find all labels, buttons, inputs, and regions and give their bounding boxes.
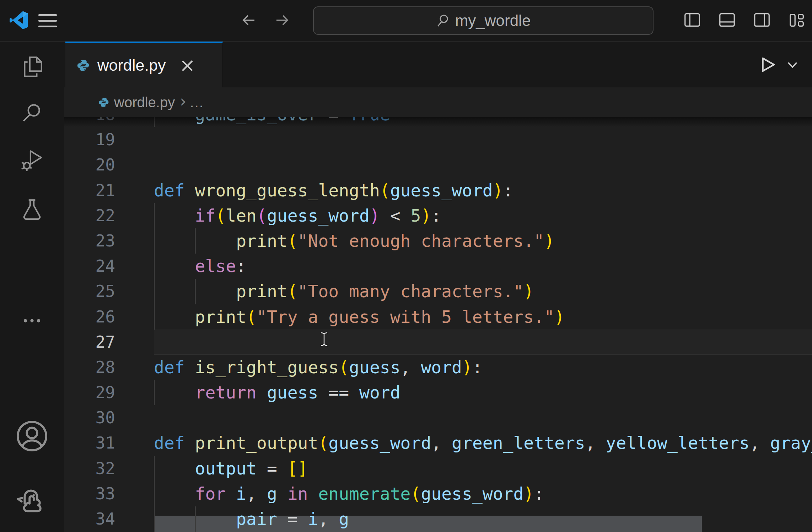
run-debug-icon[interactable] — [20, 148, 44, 172]
line-number[interactable]: 34 — [64, 506, 154, 532]
line-number[interactable]: 33 — [64, 481, 154, 506]
code-line-20[interactable]: 20 — [64, 152, 812, 178]
code-line-content: pair = i, g — [154, 506, 812, 532]
tab-wordle-py[interactable]: wordle.py × — [65, 42, 223, 87]
code-line-27[interactable]: 27 — [64, 330, 812, 355]
code-line-21[interactable]: 21def wrong_guess_length(guess_word): — [64, 178, 812, 203]
code-line-31[interactable]: 31def print_output(guess_word, green_let… — [64, 430, 812, 456]
code-text: return guess == word — [154, 380, 812, 405]
more-views-icon[interactable] — [20, 309, 44, 332]
code-line-content: print("Not enough characters.") — [154, 228, 812, 254]
python-file-icon — [77, 59, 90, 72]
code-text: else: — [154, 254, 812, 279]
title-bar: my_wordle — [0, 0, 812, 42]
code-text: print("Not enough characters.") — [154, 228, 812, 254]
arrow-left-icon[interactable] — [240, 12, 257, 29]
search-icon[interactable] — [20, 101, 44, 125]
code-line-content — [154, 152, 812, 178]
code-text: def print_output(guess_word, green_lette… — [154, 430, 812, 456]
toggle-primary-sidebar-icon[interactable] — [683, 11, 702, 30]
line-number[interactable]: 28 — [64, 355, 154, 380]
line-number[interactable]: 31 — [64, 430, 154, 456]
code-line-23[interactable]: 23 print("Not enough characters.") — [64, 228, 812, 254]
code-line-28[interactable]: 28def is_right_guess(guess, word): — [64, 355, 812, 380]
mouse-cursor-ibeam — [319, 331, 329, 347]
code-line-content: def is_right_guess(guess, word): — [154, 355, 812, 380]
editor-group: wordle.py × — [64, 42, 812, 532]
code-line-content — [154, 405, 812, 430]
activity-bar — [0, 42, 64, 532]
code-text: if(len(guess_word) < 5): — [154, 203, 812, 228]
line-number[interactable]: 25 — [64, 279, 154, 304]
line-number[interactable]: 32 — [64, 456, 154, 481]
layout-controls — [683, 11, 806, 30]
chevron-down-icon[interactable] — [785, 57, 800, 72]
editor-actions — [758, 42, 800, 87]
code-line-content: return guess == word — [154, 380, 812, 405]
code-line-30[interactable]: 30 — [64, 405, 812, 430]
breadcrumb-file[interactable]: wordle.py — [114, 94, 175, 110]
line-number[interactable]: 22 — [64, 203, 154, 228]
line-number[interactable]: 30 — [64, 405, 154, 430]
search-icon — [436, 13, 450, 28]
code-line-content: else: — [154, 254, 812, 279]
line-number[interactable]: 29 — [64, 380, 154, 405]
code-line-content: output = [] — [154, 456, 812, 481]
line-number[interactable]: 20 — [64, 152, 154, 178]
vscode-logo-icon — [9, 10, 28, 31]
code-line-26[interactable]: 26 print("Try a guess with 5 letters.") — [64, 304, 812, 330]
line-number[interactable]: 24 — [64, 254, 154, 279]
customize-layout-icon[interactable] — [787, 11, 806, 30]
python-file-icon — [98, 97, 109, 108]
tab-bar: wordle.py × — [64, 42, 812, 87]
code-text: pair = i, g — [154, 506, 812, 532]
line-number[interactable]: 21 — [64, 178, 154, 203]
menu-icon[interactable] — [38, 12, 57, 29]
main-area: wordle.py × — [0, 42, 812, 532]
code-line-25[interactable]: 25 print("Too many characters.") — [64, 279, 812, 304]
command-center-label: my_wordle — [455, 12, 531, 29]
code-line-content — [154, 127, 812, 152]
breadcrumb: wordle.py › ... — [64, 87, 812, 117]
command-center-search[interactable]: my_wordle — [313, 6, 654, 35]
code-line-content — [154, 330, 812, 355]
code-line-33[interactable]: 33 for i, g in enumerate(guess_word): — [64, 481, 812, 506]
line-number[interactable]: 23 — [64, 228, 154, 254]
arrow-right-icon[interactable] — [274, 12, 291, 29]
code-line-content: print("Try a guess with 5 letters.") — [154, 304, 812, 330]
code-line-content: if(len(guess_word) < 5): — [154, 203, 812, 228]
testing-icon[interactable] — [20, 197, 44, 221]
code-line-24[interactable]: 24 else: — [64, 254, 812, 279]
toggle-secondary-sidebar-icon[interactable] — [752, 11, 771, 30]
code-text: print("Too many characters.") — [154, 279, 812, 304]
chevron-right-icon: › — [180, 92, 186, 111]
tab-close-icon[interactable]: × — [179, 56, 195, 75]
python-snake-icon[interactable] — [15, 483, 49, 516]
code-text: def is_right_guess(guess, word): — [154, 355, 812, 380]
code-line-34[interactable]: 34 pair = i, g — [64, 506, 812, 532]
code-text: for i, g in enumerate(guess_word): — [154, 481, 812, 506]
tab-label: wordle.py — [97, 56, 166, 75]
code-editor[interactable]: 18 game_is_over = True192021def wrong_gu… — [64, 117, 812, 532]
code-text: output = [] — [154, 456, 812, 481]
explorer-icon[interactable] — [20, 55, 44, 78]
code-line-content: def print_output(guess_word, green_lette… — [154, 430, 812, 456]
code-line-29[interactable]: 29 return guess == word — [64, 380, 812, 405]
code-line-content: print("Too many characters.") — [154, 279, 812, 304]
code-line-22[interactable]: 22 if(len(guess_word) < 5): — [64, 203, 812, 228]
account-icon[interactable] — [15, 419, 49, 453]
code-line-32[interactable]: 32 output = [] — [64, 456, 812, 481]
run-file-button[interactable] — [758, 55, 777, 74]
code-text: def wrong_guess_length(guess_word): — [154, 178, 812, 203]
code-text: print("Try a guess with 5 letters.") — [154, 304, 812, 330]
vscode-window: my_wordle — [0, 0, 812, 532]
line-number[interactable]: 26 — [64, 304, 154, 330]
toggle-panel-icon[interactable] — [717, 11, 737, 30]
code-line-19[interactable]: 19 — [64, 127, 812, 152]
line-number[interactable]: 19 — [64, 127, 154, 152]
scroll-shadow — [64, 117, 812, 127]
code-lines: 18 game_is_over = True192021def wrong_gu… — [64, 117, 812, 532]
code-line-content: for i, g in enumerate(guess_word): — [154, 481, 812, 506]
breadcrumb-symbol[interactable]: ... — [190, 94, 204, 110]
line-number[interactable]: 27 — [64, 330, 154, 355]
